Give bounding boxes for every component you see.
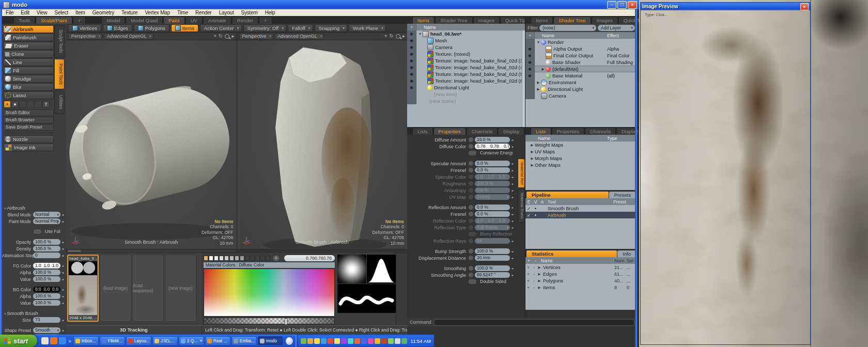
tray-icon[interactable]: [381, 338, 387, 344]
eye-icon[interactable]: [407, 37, 416, 44]
mini-slider-icon[interactable]: [60, 277, 65, 281]
mini-slider-icon[interactable]: [510, 239, 515, 243]
zoom-icon[interactable]: [225, 34, 229, 39]
scene-item-row[interactable]: (new scene): [407, 98, 525, 104]
tray-icon[interactable]: [334, 338, 340, 344]
selection-mode-button[interactable]: Items: [171, 24, 198, 32]
select-minus-button[interactable]: -: [531, 272, 537, 277]
mini-slider-icon[interactable]: [510, 182, 515, 185]
expand-arrow-icon[interactable]: ▶: [530, 150, 535, 154]
color-value-field[interactable]: 0.780.780.78: [284, 255, 335, 261]
channel-toggle[interactable]: [468, 279, 477, 285]
panel-tab[interactable]: Statistics: [526, 250, 617, 257]
tool-line[interactable]: Line: [3, 58, 54, 66]
mini-slider-icon[interactable]: [60, 254, 65, 257]
tray-icon[interactable]: [361, 338, 367, 344]
color-swatch[interactable]: [245, 256, 250, 261]
tray-icon[interactable]: [341, 338, 347, 344]
enable-check-icon[interactable]: ✓: [525, 213, 532, 218]
brush-link[interactable]: Brush Editor: [3, 109, 54, 116]
scene-item-row[interactable]: Mesh: [407, 37, 525, 44]
panel-tab[interactable]: Shader Tree: [553, 17, 591, 24]
select-plus-button[interactable]: +: [525, 285, 531, 290]
layout-tab[interactable]: Model Quad: [126, 17, 163, 24]
property-row[interactable]: Smooth Brush: [2, 310, 65, 317]
mini-slider-icon[interactable]: [60, 219, 65, 223]
taskbar-button[interactable]: Layou...: [126, 336, 151, 345]
tray-icon[interactable]: [321, 338, 327, 344]
menu-item[interactable]: Item: [72, 10, 89, 15]
property-field[interactable]: 64: [475, 238, 510, 244]
channel-toggle[interactable]: [468, 181, 474, 186]
select-minus-button[interactable]: -: [531, 278, 537, 283]
expand-icon[interactable]: ▸: [231, 33, 234, 39]
mini-slider-icon[interactable]: [60, 240, 65, 244]
property-row[interactable]: Reflection Rays 64: [408, 238, 517, 244]
panel-tab[interactable]: Display: [498, 128, 524, 135]
selection-mode-button[interactable]: Polygons: [134, 24, 169, 32]
mini-slider-icon[interactable]: [60, 264, 65, 267]
mini-slider-icon[interactable]: [510, 188, 515, 192]
horizontal-scrollbar[interactable]: [66, 249, 237, 253]
property-row[interactable]: Reflection Amount 0.0 %: [408, 204, 517, 211]
property-field[interactable]: 0.0 %: [475, 167, 510, 173]
viewport-left[interactable]: Perspective Advanced OpenGL + ↻ ▸: [66, 33, 237, 249]
tray-icon[interactable]: [301, 338, 306, 344]
scene-item-row[interactable]: Texture: Image: head_bake_final_02d (6): [407, 77, 525, 84]
visible-dot-icon[interactable]: •: [532, 206, 539, 211]
quick-launch-icon[interactable]: [59, 337, 66, 344]
select-minus-button[interactable]: -: [531, 285, 537, 290]
property-field[interactable]: 0.0 %: [475, 211, 510, 217]
text-tool-button[interactable]: T: [42, 101, 50, 108]
property-row[interactable]: Fresnel 0.0 %: [408, 211, 517, 217]
toolbar-dropdown[interactable]: Work Plane: [349, 24, 386, 32]
property-field[interactable]: Blurry Reflection: [478, 231, 513, 237]
eye-icon[interactable]: [407, 30, 416, 37]
shader-item-row[interactable]: ▼ Render: [525, 39, 637, 45]
shader-item-row[interactable]: ▶ Environment: [525, 79, 637, 86]
tray-icon[interactable]: [401, 338, 407, 344]
channel-toggle[interactable]: [468, 272, 474, 278]
mini-slider-icon[interactable]: [60, 328, 65, 332]
mini-slider-icon[interactable]: [510, 175, 515, 179]
tool-paintbrush[interactable]: Paintbrush: [3, 34, 54, 41]
property-row[interactable]: FG Color 1.0 1.0 1.0: [2, 262, 65, 269]
eye-icon[interactable]: [407, 98, 416, 104]
close-button[interactable]: [800, 3, 809, 10]
tray-icon[interactable]: [368, 338, 374, 344]
image-slot[interactable]: (new image): [165, 255, 196, 322]
color-swatch[interactable]: [214, 256, 219, 261]
mini-slider-icon[interactable]: [510, 266, 515, 270]
property-field[interactable]: Conserve Energy: [478, 150, 513, 156]
tray-icon[interactable]: [314, 338, 320, 344]
value-slider[interactable]: [204, 318, 335, 324]
eye-icon[interactable]: [525, 72, 535, 79]
material-sub-tab[interactable]: Material Ref: [518, 159, 525, 188]
tool-smudge[interactable]: Smudge: [3, 75, 54, 83]
expand-arrow-icon[interactable]: ▶: [536, 81, 541, 85]
stone-column-model[interactable]: [237, 37, 408, 249]
tool-eraser[interactable]: Eraser: [3, 42, 54, 50]
property-field[interactable]: 100.0 %: [33, 270, 60, 275]
command-input[interactable]: [433, 319, 634, 326]
color-swatch[interactable]: [255, 256, 260, 261]
image-preview-window[interactable]: Image Preview Type: Clos...: [640, 2, 811, 345]
channel-toggle[interactable]: [468, 187, 474, 193]
mini-slider-icon[interactable]: [510, 226, 515, 229]
panel-tab[interactable]: Items: [531, 17, 553, 24]
layout-tab[interactable]: Tools: [13, 17, 35, 24]
property-field[interactable]: 100.0 %: [33, 246, 60, 251]
property-field[interactable]: 0: [33, 253, 60, 258]
property-row[interactable]: Smoothing Angle 89.5247 °: [408, 272, 517, 278]
tool-nozzle[interactable]: Nozzle: [3, 135, 54, 143]
expand-arrow-icon[interactable]: ▶: [537, 265, 542, 270]
panel-tab[interactable]: Properties: [433, 128, 466, 135]
property-row[interactable]: Diffuse Amount 15.0 %: [408, 136, 517, 143]
scene-item-row[interactable]: Texture: (mixed): [407, 51, 525, 57]
property-field[interactable]: 100.0 %: [33, 276, 60, 282]
property-row[interactable]: Use Falloff: [2, 228, 65, 235]
strip-scrollbar[interactable]: [396, 253, 407, 325]
menu-item[interactable]: File: [2, 10, 17, 15]
layout-tab[interactable]: Sculpt/Paint: [36, 17, 72, 24]
eye-icon[interactable]: [407, 71, 416, 77]
